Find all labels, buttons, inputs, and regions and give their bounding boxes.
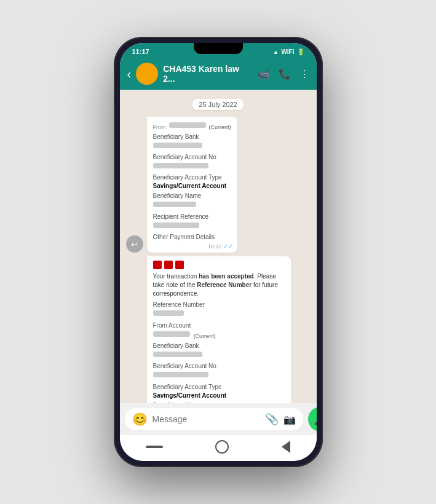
date-divider-text: 25 July 2022	[192, 99, 243, 110]
nav-home-button[interactable]	[215, 440, 229, 454]
from-label-1: From (Current)	[153, 121, 231, 132]
mic-icon: 🎤	[314, 412, 317, 426]
date-divider: 25 July 2022	[126, 98, 311, 109]
mic-button[interactable]: 🎤	[308, 407, 317, 431]
camera-icon[interactable]: 📷	[283, 414, 296, 425]
time-text-1: 16:12	[208, 243, 222, 251]
video-call-icon[interactable]: 📹	[258, 68, 270, 80]
field-label-other-1: Other Payment Details	[153, 233, 231, 242]
chat-area: 25 July 2022 ↩ From (Current) Beneficiar…	[120, 90, 317, 403]
message-input[interactable]	[153, 414, 260, 424]
ref-label-2: Reference Number	[153, 301, 285, 309]
field-label-actype-2: Beneficiary Account Type	[153, 383, 285, 392]
field-label-acno-1: Beneficiary Account No	[153, 153, 231, 162]
blurred-from-2	[153, 331, 190, 337]
field-val-actype-1: Savings/Current Account	[153, 182, 231, 191]
red-squares	[153, 261, 285, 269]
field-label-benname-2: Beneficiary Name	[153, 401, 285, 403]
bubble-1: From (Current) Beneficiary Bank Benefici…	[147, 117, 237, 253]
nav-square-button[interactable]	[146, 446, 163, 448]
phone-screen: 11:17 ▲ WiFi 🔋 ‹ CHA453 Karen law 2... 📹…	[120, 43, 317, 461]
contact-name[interactable]: CHA453 Karen law 2...	[163, 64, 252, 84]
from-account-label-2: From Account	[153, 321, 285, 330]
notch	[194, 43, 243, 54]
red-square-2	[164, 261, 173, 269]
status-time: 11:17	[132, 48, 149, 55]
input-bar: 😊 📎 📷 🎤	[120, 403, 317, 435]
field-label-benname-1: Beneficiary Name	[153, 192, 231, 200]
phone-call-icon[interactable]: 📞	[279, 68, 291, 80]
field-label-bank-1: Beneficiary Bank	[153, 133, 231, 141]
message-row-2: ↩ Your transaction has been accepted. Pl…	[126, 256, 311, 403]
nav-back-button[interactable]	[282, 441, 290, 453]
attach-icon[interactable]: 📎	[265, 412, 279, 426]
header-icons: 📹 📞 ⋮	[258, 68, 309, 80]
blurred-ref-2	[153, 310, 184, 316]
current-badge-1: (Current)	[209, 124, 231, 130]
field-label-actype-1: Beneficiary Account Type	[153, 173, 231, 182]
bubble-time-1: 16:12 ✓✓	[208, 242, 233, 251]
more-options-icon[interactable]: ⋮	[299, 68, 309, 80]
battery-icon: 🔋	[297, 49, 304, 55]
blurred-acno-2	[153, 372, 208, 377]
blurred-acno-1	[153, 163, 208, 168]
blurred-ref-1	[153, 222, 199, 228]
blurred-account	[169, 124, 206, 130]
sender-avatar-1: ↩	[126, 235, 143, 253]
phone-device: 11:17 ▲ WiFi 🔋 ‹ CHA453 Karen law 2... 📹…	[114, 37, 323, 467]
field-val-actype-2: Savings/Current Account	[153, 392, 285, 400]
red-square-3	[175, 261, 184, 269]
status-icons: ▲ WiFi 🔋	[273, 49, 304, 55]
wifi-icon: WiFi	[281, 49, 294, 55]
bottom-nav	[120, 435, 317, 461]
blurred-benname-1	[153, 202, 196, 207]
chat-header: ‹ CHA453 Karen law 2... 📹 📞 ⋮	[120, 58, 317, 90]
transaction-text: Your transaction has been accepted. Plea…	[153, 272, 285, 298]
back-button[interactable]: ‹	[127, 67, 132, 81]
blurred-bank-2	[153, 352, 202, 357]
input-wrapper: 😊 📎 📷	[125, 408, 303, 430]
avatar	[136, 63, 158, 85]
emoji-icon[interactable]: 😊	[132, 412, 148, 427]
current-badge-2: (Current)	[194, 333, 216, 339]
field-label-ref-1: Recipient Reference	[153, 213, 231, 221]
blurred-bank-1	[153, 143, 202, 148]
message-row-1: ↩ From (Current) Beneficiary Bank Benefi…	[126, 117, 311, 253]
field-label-acno-2: Beneficiary Account No	[153, 362, 285, 371]
red-square-1	[153, 261, 162, 269]
bubble-2: Your transaction has been accepted. Plea…	[147, 256, 291, 403]
checkmarks-1: ✓✓	[223, 242, 233, 251]
field-label-bank-2: Beneficiary Bank	[153, 342, 285, 350]
signal-icon: ▲	[273, 49, 279, 55]
